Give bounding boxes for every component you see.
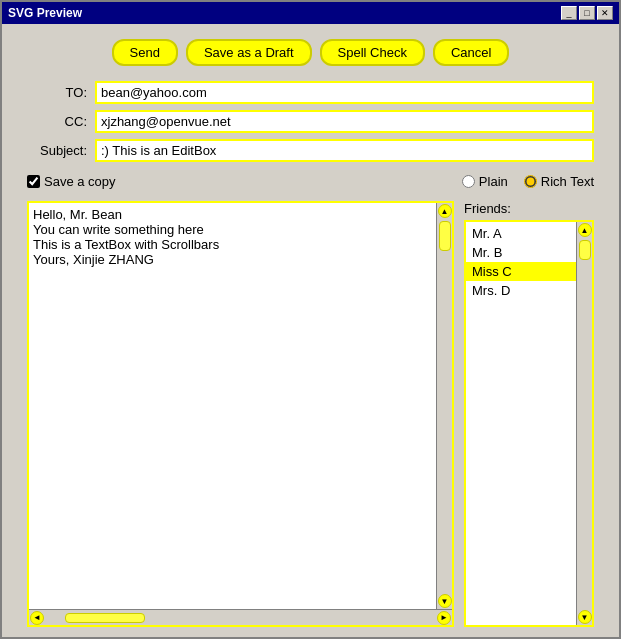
horizontal-scrollbar: ◄ ► bbox=[29, 609, 452, 625]
save-draft-button[interactable]: Save as a Draft bbox=[186, 39, 312, 66]
cc-input[interactable] bbox=[95, 110, 594, 133]
plain-radio[interactable] bbox=[462, 175, 475, 188]
close-button[interactable]: ✕ bbox=[597, 6, 613, 20]
spell-check-button[interactable]: Spell Check bbox=[320, 39, 425, 66]
format-radio-group: Plain Rich Text bbox=[462, 174, 594, 189]
friends-list-container: Mr. A Mr. B Miss C Mrs. D ▲ ▼ bbox=[464, 220, 594, 627]
save-copy-checkbox[interactable] bbox=[27, 175, 40, 188]
scroll-right-button[interactable]: ► bbox=[437, 611, 451, 625]
friends-list: Mr. A Mr. B Miss C Mrs. D bbox=[466, 222, 576, 625]
plain-label: Plain bbox=[479, 174, 508, 189]
toolbar: Send Save as a Draft Spell Check Cancel bbox=[17, 34, 604, 71]
list-item[interactable]: Mr. A bbox=[466, 224, 576, 243]
textbox-container: Hello, Mr. Bean You can write something … bbox=[27, 201, 454, 627]
cc-row: CC: bbox=[27, 110, 594, 133]
plain-radio-item: Plain bbox=[462, 174, 508, 189]
scroll-thumb-h[interactable] bbox=[65, 613, 145, 623]
message-textarea[interactable]: Hello, Mr. Bean You can write something … bbox=[29, 203, 436, 609]
vertical-scrollbar: ▲ ▼ bbox=[436, 203, 452, 609]
options-row: Save a copy Plain Rich Text bbox=[17, 172, 604, 191]
title-bar: SVG Preview _ □ ✕ bbox=[2, 2, 619, 24]
save-copy-label: Save a copy bbox=[44, 174, 116, 189]
main-window: SVG Preview _ □ ✕ Send Save as a Draft S… bbox=[0, 0, 621, 639]
friends-scroll-thumb[interactable] bbox=[579, 240, 591, 260]
main-area: Hello, Mr. Bean You can write something … bbox=[17, 201, 604, 627]
list-item[interactable]: Mr. B bbox=[466, 243, 576, 262]
textbox-inner: Hello, Mr. Bean You can write something … bbox=[29, 203, 452, 609]
rich-label: Rich Text bbox=[541, 174, 594, 189]
to-input[interactable] bbox=[95, 81, 594, 104]
subject-input[interactable] bbox=[95, 139, 594, 162]
rich-radio-item: Rich Text bbox=[524, 174, 594, 189]
send-button[interactable]: Send bbox=[112, 39, 178, 66]
friends-area: Friends: Mr. A Mr. B Miss C Mrs. D ▲ bbox=[464, 201, 594, 627]
window-title: SVG Preview bbox=[8, 6, 82, 20]
cancel-button[interactable]: Cancel bbox=[433, 39, 509, 66]
minimize-button[interactable]: _ bbox=[561, 6, 577, 20]
friends-scroll-up-button[interactable]: ▲ bbox=[578, 223, 592, 237]
save-copy-checkbox-item: Save a copy bbox=[27, 174, 116, 189]
list-item[interactable]: Mrs. D bbox=[466, 281, 576, 300]
window-controls: _ □ ✕ bbox=[561, 6, 613, 20]
scroll-thumb-v[interactable] bbox=[439, 221, 451, 251]
friends-scrollbar: ▲ ▼ bbox=[576, 222, 592, 625]
content-area: Send Save as a Draft Spell Check Cancel … bbox=[2, 24, 619, 637]
scroll-up-button[interactable]: ▲ bbox=[438, 204, 452, 218]
rich-radio[interactable] bbox=[524, 175, 537, 188]
subject-label: Subject: bbox=[27, 143, 87, 158]
form-area: TO: CC: Subject: bbox=[17, 81, 604, 162]
cc-label: CC: bbox=[27, 114, 87, 129]
scroll-down-button[interactable]: ▼ bbox=[438, 594, 452, 608]
friends-scroll-down-button[interactable]: ▼ bbox=[578, 610, 592, 624]
to-row: TO: bbox=[27, 81, 594, 104]
maximize-button[interactable]: □ bbox=[579, 6, 595, 20]
subject-row: Subject: bbox=[27, 139, 594, 162]
to-label: TO: bbox=[27, 85, 87, 100]
list-item[interactable]: Miss C bbox=[466, 262, 576, 281]
scroll-left-button[interactable]: ◄ bbox=[30, 611, 44, 625]
friends-label: Friends: bbox=[464, 201, 594, 216]
